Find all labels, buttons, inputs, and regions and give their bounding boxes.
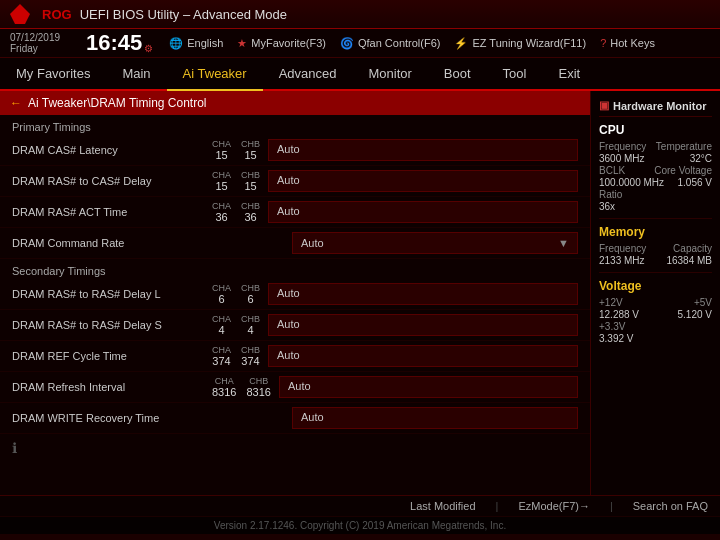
- primary-timings-label: Primary Timings: [0, 115, 590, 135]
- cpu-freq-val-row: 3600 MHz 32°C: [599, 153, 712, 164]
- cpu-temp-val: 32°C: [690, 153, 712, 164]
- bottom-divider-2: |: [610, 500, 613, 512]
- breadcrumb: ← Ai Tweaker\DRAM Timing Control: [0, 91, 590, 115]
- nav-exit[interactable]: Exit: [542, 58, 596, 89]
- dram-ref-cycle-label: DRAM REF Cycle Time: [12, 350, 212, 362]
- qfan-label: Qfan Control(F6): [358, 37, 441, 49]
- search-faq-button[interactable]: Search on FAQ: [633, 500, 708, 512]
- cpu-ratio-val: 36x: [599, 201, 615, 212]
- volt-12-label: +12V: [599, 297, 623, 308]
- mem-freq-val: 2133 MHz: [599, 255, 645, 266]
- sidebar-divider-1: [599, 218, 712, 219]
- nav-container: My Favorites Main Ai Tweaker Advanced Mo…: [0, 58, 720, 89]
- voltage-section-title: Voltage: [599, 279, 712, 293]
- cpu-bclk-val: 100.0000 MHz: [599, 177, 664, 188]
- date: 07/12/2019: [10, 32, 70, 43]
- volt-33-val-row: 3.392 V: [599, 333, 712, 344]
- title-bar: ROG UEFI BIOS Utility – Advanced Mode: [0, 0, 720, 29]
- nav-monitor[interactable]: Monitor: [353, 58, 428, 89]
- dram-write-recovery-input[interactable]: Auto: [292, 407, 578, 429]
- cpu-bclk-val-row: 100.0000 MHz 1.056 V: [599, 177, 712, 188]
- hotkeys-icon: ?: [600, 37, 606, 49]
- dram-cas-latency-label: DRAM CAS# Latency: [12, 144, 212, 156]
- volt-33-row: +3.3V: [599, 321, 712, 332]
- info-bar: 07/12/2019 Friday 16:45 ⚙ 🌐 English ★ My…: [0, 29, 720, 58]
- cpu-temp-label: Temperature: [656, 141, 712, 152]
- monitor-icon: ▣: [599, 99, 609, 112]
- language-icon: 🌐: [169, 37, 183, 50]
- mem-cap-label: Capacity: [673, 243, 712, 254]
- last-modified-label: Last Modified: [410, 500, 475, 512]
- dram-cas-chb: CHB 15: [241, 139, 260, 161]
- cpu-freq-label: Frequency: [599, 141, 646, 152]
- datetime: 07/12/2019 Friday: [10, 32, 70, 54]
- volt-12-val: 12.288 V: [599, 309, 639, 320]
- dram-command-rate-label: DRAM Command Rate: [12, 237, 212, 249]
- dram-ras-ras-l-input[interactable]: Auto: [268, 283, 578, 305]
- dram-cas-input[interactable]: Auto: [268, 139, 578, 161]
- cpu-section-title: CPU: [599, 123, 712, 137]
- dram-ras-cas-channels: CHA 15 CHB 15: [212, 170, 260, 192]
- cpu-freq-row: Frequency Temperature: [599, 141, 712, 152]
- dram-command-rate-row: DRAM Command Rate Auto ▼: [0, 228, 590, 259]
- nav-boot[interactable]: Boot: [428, 58, 487, 89]
- cpu-corevolt-val: 1.056 V: [678, 177, 712, 188]
- nav-advanced[interactable]: Advanced: [263, 58, 353, 89]
- nav-ai-tweaker[interactable]: Ai Tweaker: [167, 58, 263, 91]
- rog-logo-icon: [10, 4, 30, 24]
- bios-logo: ROG: [42, 7, 72, 22]
- mem-freq-row: Frequency Capacity: [599, 243, 712, 254]
- hw-monitor-sidebar: ▣ Hardware Monitor CPU Frequency Tempera…: [590, 91, 720, 495]
- bottom-divider: |: [496, 500, 499, 512]
- dram-cas-latency-row: DRAM CAS# Latency CHA 15 CHB 15 Auto: [0, 135, 590, 166]
- dram-ras-act-label: DRAM RAS# ACT Time: [12, 206, 212, 218]
- hw-monitor-header: ▣ Hardware Monitor: [599, 99, 712, 117]
- cpu-freq-val: 3600 MHz: [599, 153, 645, 164]
- dram-ras-act-input[interactable]: Auto: [268, 201, 578, 223]
- mem-cap-val: 16384 MB: [666, 255, 712, 266]
- nav-my-favorites[interactable]: My Favorites: [0, 58, 106, 89]
- dram-ras-ras-s-label: DRAM RAS# to RAS# Delay S: [12, 319, 212, 331]
- volt-5-label: +5V: [694, 297, 712, 308]
- content-area: ← Ai Tweaker\DRAM Timing Control Primary…: [0, 91, 590, 495]
- info-icon-row: ℹ: [0, 434, 590, 462]
- ez-mode-button[interactable]: EzMode(F7)→: [518, 500, 590, 512]
- day: Friday: [10, 43, 70, 54]
- language-item[interactable]: 🌐 English: [169, 37, 223, 50]
- footer-text: Version 2.17.1246. Copyright (C) 2019 Am…: [214, 520, 506, 531]
- nav-main[interactable]: Main: [106, 58, 166, 89]
- dram-ras-ras-s-row: DRAM RAS# to RAS# Delay S CHA 4 CHB 4 Au…: [0, 310, 590, 341]
- dram-ras-cas-row: DRAM RAS# to CAS# Delay CHA 15 CHB 15 Au…: [0, 166, 590, 197]
- dram-refresh-interval-label: DRAM Refresh Interval: [12, 381, 212, 393]
- clock-gear-icon[interactable]: ⚙: [144, 43, 153, 54]
- nav-tool[interactable]: Tool: [487, 58, 543, 89]
- dram-ras-act-channels: CHA 36 CHB 36: [212, 201, 260, 223]
- dram-ras-ras-s-input[interactable]: Auto: [268, 314, 578, 336]
- dram-write-recovery-row: DRAM WRITE Recovery Time Auto: [0, 403, 590, 434]
- main-layout: ← Ai Tweaker\DRAM Timing Control Primary…: [0, 91, 720, 495]
- myfavorite-item[interactable]: ★ MyFavorite(F3): [237, 37, 326, 50]
- dram-cas-chb-val: 15: [244, 149, 256, 161]
- dram-ras-cas-label: DRAM RAS# to CAS# Delay: [12, 175, 212, 187]
- back-arrow-icon[interactable]: ←: [10, 96, 22, 110]
- volt-12-row: +12V +5V: [599, 297, 712, 308]
- dram-command-rate-select[interactable]: Auto ▼: [292, 232, 578, 254]
- cpu-corevolt-label: Core Voltage: [654, 165, 712, 176]
- language-label: English: [187, 37, 223, 49]
- eztuning-label: EZ Tuning Wizard(F11): [472, 37, 586, 49]
- dropdown-arrow-icon: ▼: [558, 237, 569, 249]
- cpu-bclk-row: BCLK Core Voltage: [599, 165, 712, 176]
- dram-ras-cas-input[interactable]: Auto: [268, 170, 578, 192]
- eztuning-item[interactable]: ⚡ EZ Tuning Wizard(F11): [454, 37, 586, 50]
- dram-ref-cycle-input[interactable]: Auto: [268, 345, 578, 367]
- dram-refresh-interval-input[interactable]: Auto: [279, 376, 578, 398]
- qfan-item[interactable]: 🌀 Qfan Control(F6): [340, 37, 441, 50]
- dram-ras-cas-cha: CHA 15: [212, 170, 231, 192]
- info-items: 🌐 English ★ MyFavorite(F3) 🌀 Qfan Contro…: [169, 37, 710, 50]
- clock: 16:45: [86, 32, 142, 54]
- dram-refresh-interval-row: DRAM Refresh Interval CHA 8316 CHB 8316 …: [0, 372, 590, 403]
- dram-ras-ras-l-channels: CHA 6 CHB 6: [212, 283, 260, 305]
- volt-5-val: 5.120 V: [678, 309, 712, 320]
- hotkeys-item[interactable]: ? Hot Keys: [600, 37, 655, 49]
- dram-ref-cycle-row: DRAM REF Cycle Time CHA 374 CHB 374 Auto: [0, 341, 590, 372]
